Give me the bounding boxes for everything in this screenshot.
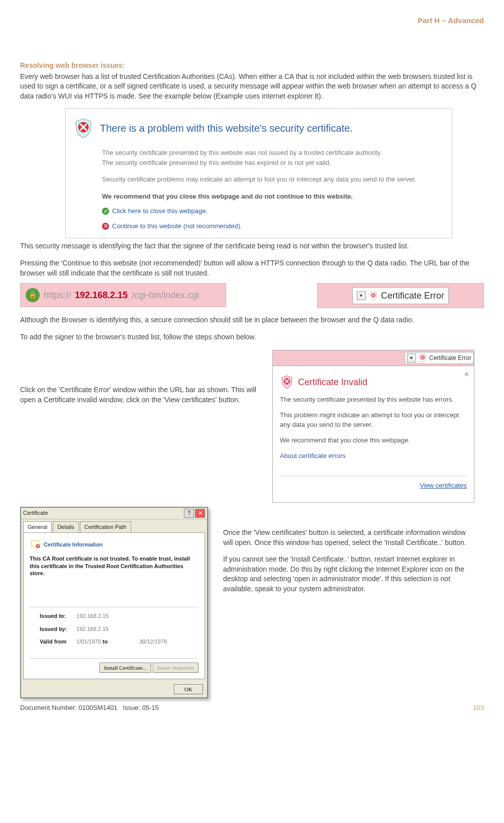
mid-paragraph-3: Although the Browser is identifying this… [20,315,484,325]
url-scheme: https:// [44,289,71,302]
install-certificate-button[interactable]: Install Certificate... [99,663,151,673]
ok-button[interactable]: OK [174,684,203,694]
cert-invalid-popup: ▾ Certificate Error × Certificate Invali… [272,350,474,503]
right-paragraph-2: If you cannot see the 'Install Certifica… [223,555,474,594]
tab-details[interactable]: Details [53,521,79,532]
ie-line3: Security certificate problems may indica… [102,174,445,185]
popup-cert-error-button[interactable]: ▾ Certificate Error [405,352,474,364]
ie-warning-title: There is a problem with this website's s… [100,121,353,135]
ie-line1: The security certificate presented by th… [102,148,445,158]
lock-icon: 🔒 [26,288,40,302]
valid-from-label: Valid from [40,638,75,646]
tab-certpath[interactable]: Certification Path [80,521,131,532]
mid-paragraph-4: To add the signer to the browser's trust… [20,332,484,342]
close-button[interactable]: ✕ [195,509,205,518]
section-header: Part H – Advanced [20,15,484,26]
ie-continue-link[interactable]: ✕ Continue to this website (not recommen… [102,221,445,231]
shield-error-icon [73,118,94,139]
ie-recommend: We recommend that you close this webpage… [102,192,445,202]
cert-icon [30,539,41,550]
popup-p1: The security certificate presented by th… [280,395,467,405]
check-icon: ✓ [102,208,109,215]
popup-p2: This problem might indicate an attempt t… [280,411,467,430]
shield-error-icon [418,353,427,362]
ie-line2: The security certificate presented by th… [102,158,445,168]
shield-error-icon [369,291,378,300]
cert-error-label: Certificate Error [381,290,444,302]
mid-paragraph-1: This security message is identifying the… [20,241,484,251]
popup-bar-label: Certificate Error [429,354,471,362]
shield-error-icon [280,375,294,389]
close-icon[interactable]: × [464,369,469,380]
valid-from-value: 1/01/1970 [76,638,101,645]
cert-info-head: Certificate Information [44,541,103,548]
step-left-text: Click on the 'Certificate Error' window … [20,350,261,405]
url-bar[interactable]: 🔒 https://192.168.2.15/cgi-bin/index.cgi [20,283,226,307]
footer-doc: Document Number: 0100SM1401 [20,704,118,711]
issuer-statement-button[interactable]: Issuer Statement [153,663,198,673]
certificate-window: Certificate ? ✕ General Details Certific… [20,507,208,698]
chevron-down-icon[interactable]: ▾ [407,353,416,362]
mid-paragraph-2: Pressing the 'Continue to this website (… [20,258,484,278]
help-button[interactable]: ? [184,509,194,518]
issued-to-value: 192.168.2.15 [76,613,109,619]
chevron-down-icon[interactable]: ▾ [357,291,366,300]
popup-p3: We recommend that you close this webpage… [280,436,467,445]
ie-close-link[interactable]: ✓ Click here to close this webpage. [102,206,445,216]
issued-by-value: 192.168.2.15 [76,626,109,632]
about-cert-errors-link[interactable]: About certificate errors [280,451,467,461]
right-paragraph-1: Once the 'View certificates' button is s… [223,528,474,547]
popup-title: Certificate Invalid [298,376,367,389]
view-certificates-link[interactable]: View certificates [280,476,467,490]
footer-issue: Issue: 05-15 [123,704,159,711]
heading: Resolving web browser issues: [20,61,484,71]
ie-warning-box: There is a problem with this website's s… [65,108,452,238]
x-icon: ✕ [102,223,109,230]
cert-warn-text: This CA Root certificate is not trusted.… [30,555,198,607]
valid-to-label: to [103,638,138,646]
tab-general[interactable]: General [23,521,52,532]
certwin-title: Certificate [23,509,48,517]
valid-to-value: 30/12/1979 [139,638,167,645]
issued-to-label: Issued to: [40,612,75,620]
cert-error-bar[interactable]: ▾ Certificate Error [317,283,484,308]
intro-paragraph: Every web browser has a list of trusted … [20,72,484,102]
issued-by-label: Issued by: [40,625,75,633]
url-host: 192.168.2.15 [75,289,128,302]
url-path: /cgi-bin/index.cgi [132,289,199,302]
page-number: 103 [473,703,484,712]
